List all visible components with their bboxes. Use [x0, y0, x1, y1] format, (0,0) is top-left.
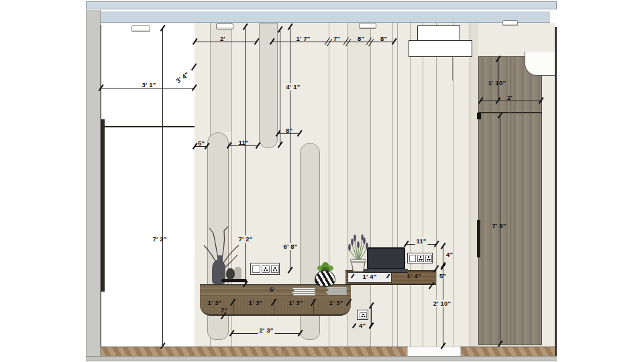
left-wall-edge [86, 10, 101, 360]
ceiling-fixture-bottom [409, 40, 472, 57]
lavender-plant [344, 234, 372, 273]
socket-module [271, 265, 279, 273]
dim-line [280, 29, 280, 145]
dim-label-tray-1ft4: 1' 4" [363, 273, 377, 280]
laptop-screen [367, 247, 405, 269]
wall-seam [370, 23, 371, 347]
dim-label-top-8in: 8" [358, 35, 364, 42]
dim-label-socket-4in: 4" [446, 251, 453, 258]
dim-line [500, 115, 500, 344]
floor [101, 347, 555, 356]
wall-seam [397, 23, 398, 347]
floor-joint [282, 347, 282, 356]
slat-wardrobe-lower [101, 127, 195, 347]
socket-module [262, 265, 270, 273]
book [293, 294, 315, 296]
dim-label-console-2ft3: 2' 3" [258, 326, 275, 334]
ceiling-notch [525, 52, 555, 76]
dim-label-gap-11in: 11" [238, 139, 248, 146]
wardrobe-handle [477, 113, 481, 119]
socket-module [360, 312, 367, 318]
wall-seam [453, 23, 453, 347]
power-socket-panel [407, 253, 433, 263]
ceiling-band-upper [86, 1, 557, 9]
dim-label-shelf-5in: 5" [439, 272, 446, 280]
dim-line [290, 27, 290, 270]
switch-module [409, 255, 416, 262]
socket-module [417, 255, 424, 262]
power-socket-single [357, 310, 368, 320]
wall-seam [470, 23, 470, 347]
striped-vase [315, 270, 335, 287]
dim-label-right-1ft10: 1' 10" [488, 79, 506, 86]
wall-panel-band [347, 23, 370, 347]
switch-module [252, 265, 260, 273]
dim-label-top-1ft7: 1' 7" [297, 35, 311, 42]
wall-seam [392, 23, 393, 347]
book [327, 293, 347, 295]
socket-module [425, 255, 432, 262]
ceiling-cove [99, 11, 550, 23]
right-wall-edge-line [555, 27, 557, 361]
fixture-pendant-line [452, 57, 453, 80]
slat-wardrobe-seam [101, 126, 195, 127]
dim-label-wardrobe-width: 3' 1" [142, 81, 156, 88]
recessed-light [359, 23, 376, 29]
dim-line [443, 246, 443, 265]
wall-seam [410, 23, 411, 347]
recessed-light [131, 25, 150, 32]
dim-label-gap-5in: 5" [198, 139, 205, 147]
dim-label-groove-4ft1: 4' 1" [285, 83, 302, 90]
dim-label-desk-height-2ft10: 2' 10" [432, 300, 452, 307]
recessed-light [502, 20, 518, 26]
recessed-light [216, 23, 233, 29]
decor-tray [221, 279, 247, 282]
dim-label-shelf-1ft4: 1' 4" [407, 272, 421, 280]
branch-plant [200, 225, 241, 286]
wall-seam [423, 23, 423, 347]
dim-line [162, 28, 163, 346]
dim-label-top-7in: 7" [333, 35, 340, 42]
dim-label-socket-11in: 11" [415, 237, 427, 245]
decor-egg-sculpture [226, 268, 235, 280]
wardrobe-handle [101, 119, 105, 292]
dim-label-right-7ft5: 7' 5" [492, 222, 506, 229]
dim-label-gap-8in: 8" [286, 127, 292, 134]
dim-label-right-2ft: 2' [507, 94, 513, 101]
dim-label-wall-6ft8: 6' 8" [282, 243, 299, 250]
dim-label-drawer-1ft3: 1' 3" [208, 299, 222, 306]
dim-label-wardrobe-height: 7' 2" [153, 235, 167, 243]
dim-line [195, 42, 257, 42]
baseboard [86, 356, 557, 361]
dim-label-small-socket-4in: 4" [359, 322, 366, 329]
dim-label-drawer-1ft3: 1' 3" [289, 299, 303, 306]
dim-label-console-5ft: 5' [270, 286, 275, 293]
wall-panel-band [470, 23, 478, 347]
elevation-drawing: 2' 1' 7" 7" 8" 8" 3' 1" 3' 4" 7' 2" 5" 1… [0, 0, 644, 362]
wardrobe-handle [477, 220, 480, 257]
dim-line [245, 27, 246, 284]
power-socket-panel [250, 263, 280, 275]
dim-label-top-2ft: 2' [220, 35, 225, 42]
dim-label-top-8in: 8" [380, 35, 387, 42]
wall-seam [436, 23, 437, 347]
dim-label-wall-7ft2: 7' 2" [237, 235, 254, 243]
dim-label-drawer-1ft3: 1' 3" [329, 299, 343, 306]
dim-label-drawer-1ft3: 1' 3" [249, 299, 263, 306]
ceiling-fixture-top [417, 25, 460, 41]
